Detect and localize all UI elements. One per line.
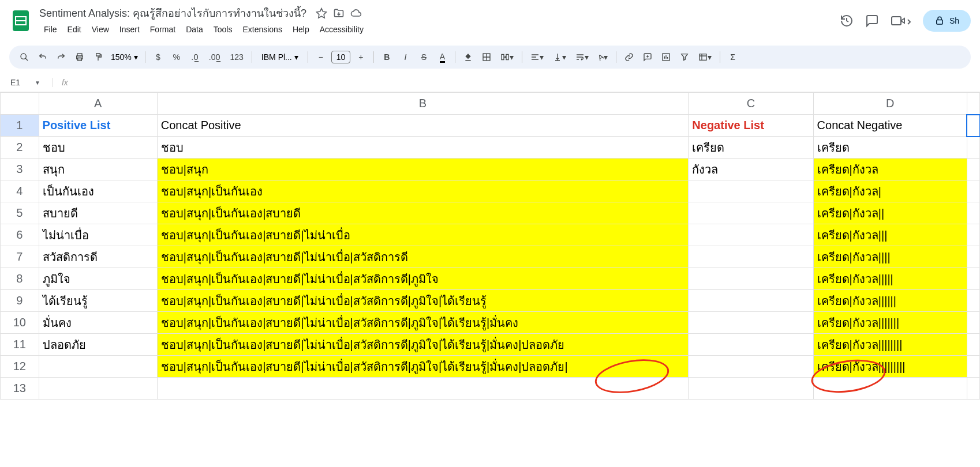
cell-B13[interactable] [157, 378, 689, 400]
cell-E5[interactable] [967, 202, 979, 224]
cell-A8[interactable]: ภูมิใจ [39, 268, 157, 290]
cell-B3[interactable]: ชอบ|สนุก [157, 159, 689, 180]
cell-E12[interactable] [967, 356, 979, 378]
cell-C1[interactable]: Negative List [689, 115, 813, 137]
star-icon[interactable] [316, 7, 327, 19]
cloud-status-icon[interactable] [350, 7, 362, 19]
menu-data[interactable]: Data [181, 22, 208, 36]
functions-icon[interactable]: Σ [725, 49, 741, 65]
cell-E2[interactable] [967, 137, 979, 159]
row-header-11[interactable]: 11 [1, 334, 39, 356]
cell-D4[interactable]: เครียด|กังวล| [813, 180, 967, 202]
col-header-E[interactable] [967, 93, 979, 115]
cell-A1[interactable]: Positive List [39, 115, 157, 137]
row-header-7[interactable]: 7 [1, 246, 39, 268]
cell-A9[interactable]: ได้เรียนรู้ [39, 290, 157, 312]
cell-C13[interactable] [689, 378, 813, 400]
strikethrough-icon[interactable]: S [416, 49, 432, 65]
move-folder-icon[interactable] [333, 7, 345, 19]
col-header-D[interactable]: D [813, 93, 967, 115]
cell-E4[interactable] [967, 180, 979, 202]
format-currency[interactable]: $ [150, 49, 166, 65]
cell-B4[interactable]: ชอบ|สนุก|เป็นกันเอง [157, 180, 689, 202]
table-view-icon[interactable]: ▾ [695, 49, 715, 65]
cell-D13[interactable] [813, 378, 967, 400]
menu-insert[interactable]: Insert [115, 22, 144, 36]
spreadsheet-grid[interactable]: A B C D 1 Positive List Concat Positive … [0, 92, 980, 400]
cell-B1[interactable]: Concat Positive [157, 115, 689, 137]
menu-tools[interactable]: Tools [209, 22, 237, 36]
fill-color-icon[interactable] [460, 49, 476, 65]
cell-A11[interactable]: ปลอดภัย [39, 334, 157, 356]
bold-icon[interactable]: B [379, 49, 395, 65]
redo-icon[interactable] [53, 49, 69, 65]
cell-C7[interactable] [689, 246, 813, 268]
cell-B9[interactable]: ชอบ|สนุก|เป็นกันเอง|สบายดี|ไม่น่าเบื่อ|ส… [157, 290, 689, 312]
cell-B11[interactable]: ชอบ|สนุก|เป็นกันเอง|สบายดี|ไม่น่าเบื่อ|ส… [157, 334, 689, 356]
cell-D12[interactable]: เครียด|กังวล||||||||| [813, 356, 967, 378]
cell-B10[interactable]: ชอบ|สนุก|เป็นกันเอง|สบายดี|ไม่น่าเบื่อ|ส… [157, 312, 689, 334]
cell-B2[interactable]: ชอบ [157, 137, 689, 159]
menu-file[interactable]: File [39, 22, 62, 36]
font-size-increase[interactable]: + [353, 49, 369, 65]
cell-D8[interactable]: เครียด|กังวล||||| [813, 268, 967, 290]
horizontal-align-icon[interactable]: ▾ [527, 49, 547, 65]
share-button[interactable]: Sh [923, 10, 971, 32]
cell-D1[interactable]: Concat Negative [813, 115, 967, 137]
cell-D9[interactable]: เครียด|กังวล|||||| [813, 290, 967, 312]
menu-view[interactable]: View [87, 22, 114, 36]
row-header-8[interactable]: 8 [1, 268, 39, 290]
cell-C10[interactable] [689, 312, 813, 334]
cell-C8[interactable] [689, 268, 813, 290]
row-header-5[interactable]: 5 [1, 202, 39, 224]
row-header-13[interactable]: 13 [1, 378, 39, 400]
cell-A12[interactable] [39, 356, 157, 378]
name-box-dropdown[interactable]: ▼ [35, 80, 40, 86]
font-size-input[interactable]: 10 [331, 51, 351, 63]
menu-edit[interactable]: Edit [63, 22, 86, 36]
cell-A7[interactable]: สวัสดิการดี [39, 246, 157, 268]
search-icon[interactable] [16, 49, 32, 65]
name-box[interactable]: E1 [6, 77, 35, 88]
cell-B7[interactable]: ชอบ|สนุก|เป็นกันเอง|สบายดี|ไม่น่าเบื่อ|ส… [157, 246, 689, 268]
cell-E10[interactable] [967, 312, 979, 334]
cell-E3[interactable] [967, 159, 979, 180]
font-size-decrease[interactable]: − [313, 49, 329, 65]
format-percent[interactable]: % [169, 49, 185, 65]
cell-D10[interactable]: เครียด|กังวล||||||| [813, 312, 967, 334]
cell-A2[interactable]: ชอบ [39, 137, 157, 159]
cell-E6[interactable] [967, 224, 979, 246]
cell-A10[interactable]: มั่นคง [39, 312, 157, 334]
cell-B8[interactable]: ชอบ|สนุก|เป็นกันเอง|สบายดี|ไม่น่าเบื่อ|ส… [157, 268, 689, 290]
cell-C9[interactable] [689, 290, 813, 312]
col-header-A[interactable]: A [39, 93, 157, 115]
cell-D6[interactable]: เครียด|กังวล||| [813, 224, 967, 246]
zoom-select[interactable]: 150% ▾ [109, 52, 140, 62]
meet-icon[interactable] [891, 14, 911, 28]
cell-A6[interactable]: ไม่น่าเบื่อ [39, 224, 157, 246]
decrease-decimal[interactable]: .0̲ [187, 49, 203, 65]
italic-icon[interactable]: I [397, 49, 413, 65]
text-color-icon[interactable]: A [434, 49, 450, 65]
row-header-1[interactable]: 1 [1, 115, 39, 137]
cell-B5[interactable]: ชอบ|สนุก|เป็นกันเอง|สบายดี [157, 202, 689, 224]
cell-D5[interactable]: เครียด|กังวล|| [813, 202, 967, 224]
cell-D2[interactable]: เครียด [813, 137, 967, 159]
cell-C6[interactable] [689, 224, 813, 246]
undo-icon[interactable] [35, 49, 51, 65]
cell-B12[interactable]: ชอบ|สนุก|เป็นกันเอง|สบายดี|ไม่น่าเบื่อ|ส… [157, 356, 689, 378]
cell-D3[interactable]: เครียด|กังวล [813, 159, 967, 180]
row-header-10[interactable]: 10 [1, 312, 39, 334]
cell-E8[interactable] [967, 268, 979, 290]
col-header-B[interactable]: B [157, 93, 689, 115]
paint-format-icon[interactable] [90, 49, 106, 65]
cell-E11[interactable] [967, 334, 979, 356]
row-header-6[interactable]: 6 [1, 224, 39, 246]
insert-comment-icon[interactable] [639, 49, 656, 65]
cell-D7[interactable]: เครียด|กังวล|||| [813, 246, 967, 268]
format-123[interactable]: 123 [227, 49, 247, 65]
cell-C12[interactable] [689, 356, 813, 378]
history-icon[interactable] [840, 14, 854, 28]
cell-E1[interactable] [967, 115, 979, 137]
cell-E9[interactable] [967, 290, 979, 312]
